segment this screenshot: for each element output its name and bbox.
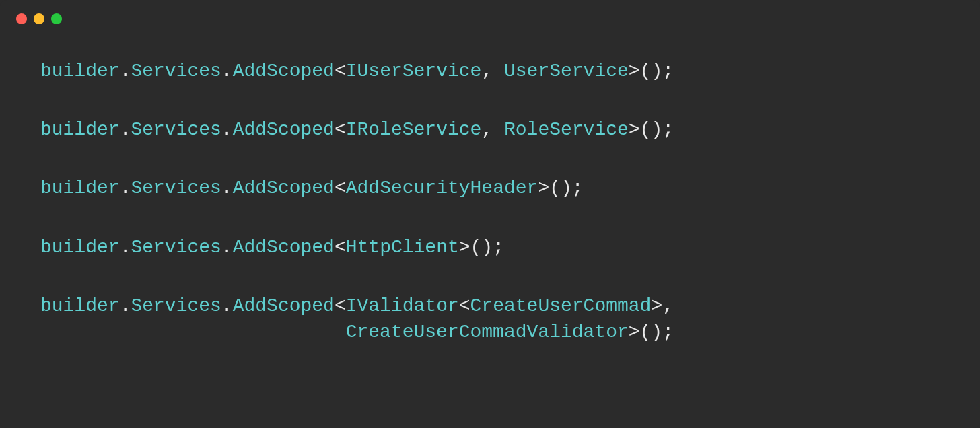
- code-token: <: [335, 178, 346, 199]
- code-window: builder.Services.AddScoped<IUserService,…: [0, 0, 980, 428]
- code-token: Services: [131, 119, 221, 140]
- code-token: >();: [538, 178, 583, 199]
- window-titlebar: [0, 0, 980, 31]
- code-token: Services: [131, 178, 221, 199]
- code-token: .: [120, 178, 131, 199]
- code-token: <: [459, 295, 470, 316]
- code-line: builder.Services.AddScoped<IRoleService,…: [40, 116, 940, 143]
- code-token: .: [120, 61, 131, 81]
- code-line: builder.Services.AddScoped<HttpClient>()…: [40, 234, 940, 260]
- code-token: builder: [40, 61, 120, 81]
- code-token: <: [335, 61, 346, 81]
- code-token: Services: [131, 295, 221, 316]
- code-token: [40, 322, 346, 343]
- code-line: builder.Services.AddScoped<AddSecurityHe…: [40, 175, 940, 201]
- code-token: >();: [629, 119, 674, 140]
- code-token: IValidator: [346, 295, 459, 316]
- close-button[interactable]: [16, 13, 27, 24]
- code-token: builder: [40, 178, 120, 199]
- code-token: ,: [481, 119, 504, 140]
- code-token: Services: [131, 61, 221, 81]
- code-token: AddScoped: [233, 178, 335, 199]
- code-token: AddScoped: [233, 295, 335, 316]
- code-token: <: [335, 119, 346, 140]
- code-token: >();: [459, 237, 504, 258]
- code-line: builder.Services.AddScoped<IValidator<Cr…: [40, 293, 940, 345]
- maximize-button[interactable]: [51, 13, 62, 24]
- code-token: .: [221, 295, 233, 316]
- code-token: <: [335, 237, 346, 258]
- code-token: ,: [481, 61, 504, 81]
- code-token: RoleService: [504, 119, 629, 140]
- code-token: builder: [40, 295, 120, 316]
- code-token: <: [335, 295, 346, 316]
- code-token: builder: [40, 237, 120, 258]
- code-token: >();: [629, 322, 674, 343]
- code-token: HttpClient: [346, 237, 459, 258]
- code-token: AddScoped: [233, 61, 335, 81]
- code-line: builder.Services.AddScoped<IUserService,…: [40, 58, 940, 84]
- minimize-button[interactable]: [34, 13, 44, 24]
- code-token: IUserService: [346, 61, 482, 81]
- code-token: >,: [651, 295, 674, 316]
- code-token: AddSecurityHeader: [346, 178, 538, 199]
- code-token: builder: [40, 119, 120, 140]
- code-token: .: [221, 178, 233, 199]
- code-token: AddScoped: [233, 237, 335, 258]
- code-token: .: [120, 119, 131, 140]
- code-token: UserService: [504, 61, 629, 81]
- code-token: .: [221, 237, 233, 258]
- code-token: >();: [629, 61, 674, 81]
- code-token: CreateUserCommad: [470, 295, 652, 316]
- code-token: .: [120, 237, 131, 258]
- code-token: .: [120, 295, 131, 316]
- code-token: Services: [131, 237, 221, 258]
- code-editor[interactable]: builder.Services.AddScoped<IUserService,…: [0, 31, 980, 372]
- code-token: .: [221, 61, 233, 81]
- code-token: AddScoped: [233, 119, 335, 140]
- code-token: CreateUserCommadValidator: [346, 322, 629, 343]
- code-token: .: [221, 119, 233, 140]
- code-token: IRoleService: [346, 119, 482, 140]
